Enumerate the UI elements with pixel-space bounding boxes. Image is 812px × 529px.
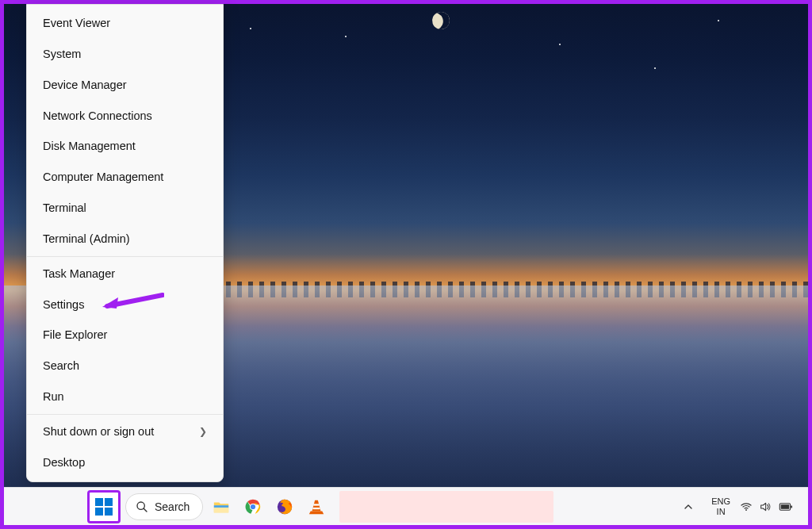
svg-rect-13 xyxy=(781,504,790,509)
firefox-button[interactable] xyxy=(271,493,298,520)
menu-item-system[interactable]: System xyxy=(27,39,223,70)
battery-icon xyxy=(778,501,794,512)
menu-separator xyxy=(27,414,223,415)
chrome-button[interactable] xyxy=(239,493,266,520)
svg-point-10 xyxy=(745,509,747,511)
menu-item-shutdown[interactable]: Shut down or sign out ❯ xyxy=(27,416,223,447)
menu-item-settings[interactable]: Settings xyxy=(27,289,223,320)
menu-item-device-manager[interactable]: Device Manager xyxy=(27,70,223,101)
system-tray[interactable] xyxy=(740,500,794,513)
menu-item-event-viewer[interactable]: Event Viewer xyxy=(27,8,223,39)
wifi-icon xyxy=(740,500,753,513)
menu-item-task-manager[interactable]: Task Manager xyxy=(27,259,223,289)
vlc-icon xyxy=(308,498,325,516)
file-explorer-button[interactable] xyxy=(208,493,235,520)
file-explorer-icon xyxy=(213,498,230,516)
menu-item-network-connections[interactable]: Network Connections xyxy=(27,101,223,132)
search-button[interactable]: Search xyxy=(125,493,203,520)
menu-item-desktop[interactable]: Desktop xyxy=(27,447,223,478)
search-icon xyxy=(136,500,148,513)
svg-rect-3 xyxy=(214,505,228,508)
svg-rect-9 xyxy=(313,507,320,508)
menu-separator xyxy=(27,256,223,257)
chrome-icon xyxy=(244,498,262,516)
volume-icon xyxy=(759,500,772,513)
menu-item-terminal[interactable]: Terminal xyxy=(27,193,223,224)
vlc-button[interactable] xyxy=(303,493,330,520)
svg-point-6 xyxy=(251,504,255,508)
firefox-icon xyxy=(276,498,293,516)
search-label: Search xyxy=(155,500,190,513)
menu-item-terminal-admin[interactable]: Terminal (Admin) xyxy=(27,224,223,255)
menu-item-run[interactable]: Run xyxy=(27,381,223,412)
svg-line-1 xyxy=(144,508,147,512)
taskbar: Search xyxy=(4,487,808,525)
tray-overflow-button[interactable] xyxy=(675,493,702,520)
power-user-menu: Event Viewer System Device Manager Netwo… xyxy=(26,4,224,482)
svg-rect-8 xyxy=(314,504,320,505)
menu-item-computer-management[interactable]: Computer Management xyxy=(27,162,223,193)
start-button[interactable] xyxy=(87,490,121,523)
taskbar-highlight-region xyxy=(339,491,553,523)
windows-logo-icon xyxy=(95,498,113,516)
menu-item-disk-management[interactable]: Disk Management xyxy=(27,131,223,162)
chevron-right-icon: ❯ xyxy=(199,426,207,439)
menu-item-search[interactable]: Search xyxy=(27,351,223,381)
svg-rect-12 xyxy=(791,505,792,508)
menu-item-file-explorer[interactable]: File Explorer xyxy=(27,320,223,351)
language-indicator[interactable]: ENG IN xyxy=(711,496,730,516)
chevron-up-icon xyxy=(682,500,695,513)
